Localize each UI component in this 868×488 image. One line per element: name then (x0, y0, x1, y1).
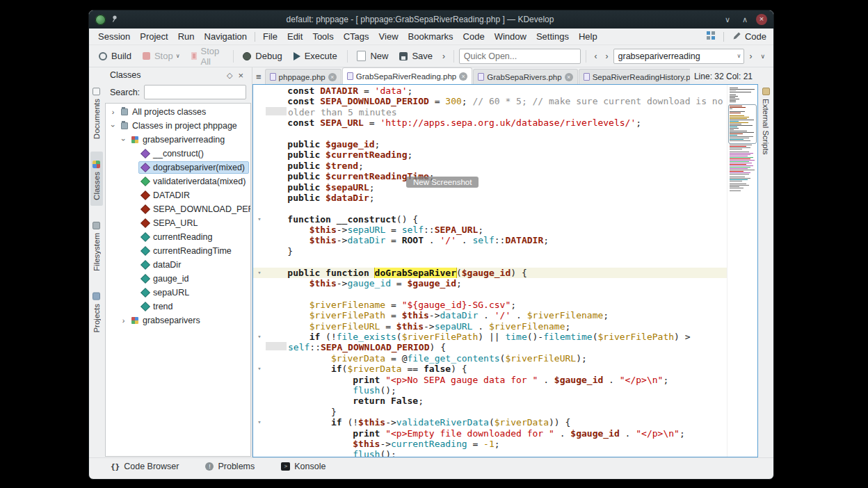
code-line[interactable]: } (253, 246, 727, 257)
editor-tab-grabseparivers-php[interactable]: GrabSepaRivers.php (473, 69, 577, 84)
code-line[interactable] (253, 129, 727, 139)
menu-item-tools[interactable]: Tools (307, 30, 338, 43)
code-line[interactable]: $this->currentReading = -1; (253, 439, 727, 449)
tree-item-all-projects-classes[interactable]: All projects classes (106, 105, 250, 119)
pin-icon[interactable] (111, 15, 119, 25)
fold-marker-icon[interactable] (253, 268, 266, 278)
close-panel-icon[interactable]: × (235, 70, 246, 81)
menu-item-settings[interactable]: Settings (531, 30, 574, 43)
expander-icon[interactable] (108, 108, 118, 116)
editor-tab-phppage-php[interactable]: phppage.php (265, 69, 341, 84)
menu-item-edit[interactable]: Edit (282, 30, 307, 43)
expander-icon[interactable] (108, 122, 118, 130)
expander-icon[interactable] (119, 316, 128, 325)
code-line[interactable]: if($riverData == false) { (253, 364, 727, 374)
menu-item-bookmarks[interactable]: Bookmarks (403, 30, 458, 43)
tab-close-icon[interactable] (459, 72, 467, 81)
tree-item-datadir[interactable]: DATADIR (106, 188, 250, 202)
editor-tab-grabsepariverreading-php[interactable]: GrabSepaRiverReading.php (342, 67, 472, 84)
menu-item-ctags[interactable]: CTags (339, 30, 374, 43)
code-line[interactable]: public $sepaURL; (253, 182, 727, 193)
tree-item-currentreadingtime[interactable]: currentReadingTime (106, 244, 250, 258)
code-line[interactable]: public $gauge_id; (253, 139, 727, 149)
menu-item-view[interactable]: View (374, 30, 403, 43)
detach-panel-icon[interactable]: ◇ (224, 71, 235, 80)
code-line[interactable]: if (!$this->validateRiverData($riverData… (253, 417, 727, 428)
close-icon[interactable]: × (756, 14, 767, 25)
menu-item-window[interactable]: Window (490, 30, 531, 43)
titlebar[interactable]: default: phppage - [ phppage:GrabSepaRiv… (89, 10, 773, 29)
tree-item-sepa-url[interactable]: SEPA_URL (106, 216, 250, 230)
code-area-button[interactable]: Code (732, 31, 766, 42)
menu-item-code[interactable]: Code (458, 30, 490, 43)
maximize-icon[interactable]: ∧ (739, 13, 751, 26)
minimap[interactable] (727, 85, 757, 457)
code-line[interactable] (253, 288, 727, 299)
prev-item-chevron-icon[interactable]: ‹ (591, 50, 601, 63)
code-line[interactable]: $this->dataDir = ROOT . '/' . self::DATA… (253, 235, 727, 245)
new-button[interactable]: New (352, 48, 393, 64)
classes-search-input[interactable] (144, 85, 246, 99)
code-line[interactable]: const SEPA_DOWNLOAD_PERIOD = 300; // 60 … (253, 96, 727, 106)
tree-item-trend[interactable]: trend (106, 300, 250, 314)
fold-marker-icon[interactable] (253, 214, 266, 225)
code-line[interactable]: const DATADIR = 'data'; (253, 86, 727, 96)
minimize-icon[interactable]: ∨ (721, 13, 734, 26)
code-line[interactable]: } (253, 407, 727, 417)
menu-item-run[interactable]: Run (173, 30, 200, 43)
code-line[interactable]: public $dataDir; (253, 193, 727, 203)
minimap-viewport[interactable] (728, 104, 757, 144)
sidebar-tab-external-scripts[interactable]: External Scripts (760, 79, 772, 161)
code-line[interactable] (253, 203, 727, 213)
tree-item-classes-in-project-phppage[interactable]: Classes in project phppage (106, 119, 250, 133)
sidebar-tab-projects[interactable]: Projects (90, 284, 103, 339)
code-line[interactable]: if (!file_exists($riverFilePath) || time… (253, 332, 727, 342)
tab-close-icon[interactable] (565, 73, 573, 81)
code-line[interactable]: $riverFilePath = $this->dataDir . '/' . … (253, 310, 727, 320)
search-dropdown-icon[interactable]: ∨ (737, 53, 741, 59)
code-line[interactable]: const SEPA_URL = 'http://apps.sepa.org.u… (253, 117, 727, 128)
code-line[interactable]: public $trend; (253, 161, 727, 171)
code-line[interactable]: $riverData = @file_get_contents($riverFi… (253, 353, 727, 364)
code-line[interactable]: function __construct() { (253, 214, 727, 225)
menu-item-file[interactable]: File (258, 30, 282, 43)
code-line[interactable]: $riverFileURL = $this->sepaURL . $riverF… (253, 321, 727, 332)
tree-item-validateriverdata-mixed[interactable]: validateriverdata(mixed) (106, 174, 250, 188)
editor-tab-separiverreadinghistory-php[interactable]: SepaRiverReadingHistory.php (579, 69, 690, 84)
code-line[interactable] (253, 257, 727, 267)
tree-item-sepa-download-period[interactable]: SEPA_DOWNLOAD_PERIOD (106, 202, 250, 216)
area-switcher-grid-icon[interactable] (707, 31, 715, 42)
quick-open-input[interactable] (459, 49, 581, 64)
fold-marker-icon[interactable] (253, 417, 266, 428)
code-area[interactable]: const DATADIR = 'data'; const SEPA_DOWNL… (253, 85, 727, 457)
code-line[interactable]: self::SEPA_DOWNLOAD_PERIOD) { (253, 342, 727, 352)
code-line[interactable]: flush(); (253, 449, 727, 457)
tree-item-currentreading[interactable]: currentReading (106, 230, 250, 244)
tree-item-datadir[interactable]: dataDir (106, 258, 250, 272)
sidebar-tab-classes[interactable]: Classes (90, 152, 103, 206)
tree-item-grabsepariverreading[interactable]: grabsepariverreading (106, 133, 250, 147)
execute-button[interactable]: Execute (289, 48, 342, 64)
editor[interactable]: const DATADIR = 'data'; const SEPA_DOWNL… (252, 84, 758, 457)
code-line[interactable]: public $currentReading; (253, 149, 727, 160)
stop-all-button[interactable]: Stop All (186, 43, 228, 70)
toolview-problems[interactable]: Problems (202, 460, 258, 473)
code-line[interactable]: print "<p>No SEPA gauge data for " . $ga… (253, 375, 727, 385)
code-line[interactable]: $riverFilename = "${gauge_id}-SG.csv"; (253, 300, 727, 310)
code-line[interactable]: return False; (253, 396, 727, 406)
next-item-chevron-icon[interactable]: › (602, 50, 612, 63)
search-input[interactable] (614, 51, 734, 61)
code-line[interactable]: $this->sepaURL = self::SEPA_URL; (253, 225, 727, 235)
code-line[interactable]: public $currentReadingTime; (253, 171, 727, 181)
debug-button[interactable]: Debug (238, 48, 287, 64)
tree-item-dograbsepariver-mixed[interactable]: dograbsepariver(mixed) (106, 161, 250, 174)
code-line[interactable]: $this->gauge_id = $gauge_id; (253, 278, 727, 288)
stop-button[interactable]: Stop∨ (138, 48, 185, 64)
fold-marker-icon[interactable] (253, 364, 266, 374)
menu-item-session[interactable]: Session (93, 30, 135, 43)
toolbar-overflow-chevron-icon[interactable]: › (746, 50, 755, 63)
tree-item-grabseparivers[interactable]: grabseparivers (106, 314, 250, 327)
code-line[interactable]: print "<p>Empty file downloaded for " . … (253, 428, 727, 439)
tree-item-gauge-id[interactable]: gauge_id (106, 272, 250, 286)
tree-item-construct[interactable]: __construct() (106, 147, 250, 161)
